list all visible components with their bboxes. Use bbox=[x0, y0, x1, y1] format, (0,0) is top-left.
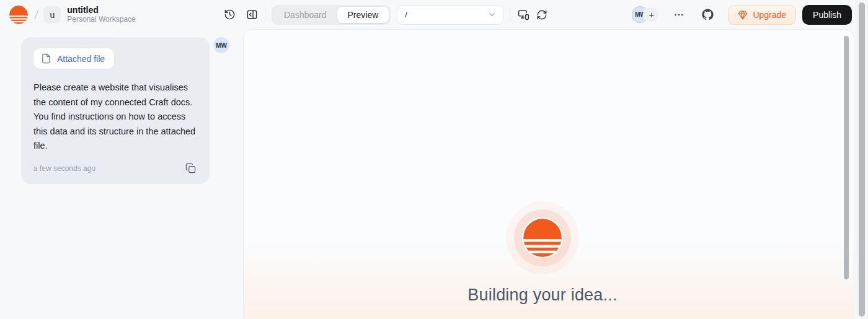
collaborators: MW + bbox=[632, 6, 660, 23]
gem-icon bbox=[738, 10, 748, 20]
attached-file-label: Attached file bbox=[57, 54, 105, 64]
app-logo-large bbox=[522, 217, 563, 258]
message-timestamp: a few seconds ago bbox=[33, 164, 95, 173]
preview-scrollbar-thumb[interactable] bbox=[844, 36, 849, 279]
workspace-name: Personal Workspace bbox=[67, 15, 136, 24]
devices-button[interactable] bbox=[514, 6, 533, 24]
window-scrollbar-thumb[interactable] bbox=[859, 2, 865, 317]
route-select[interactable]: / bbox=[397, 5, 503, 25]
tab-dashboard[interactable]: Dashboard bbox=[273, 7, 337, 23]
copy-icon bbox=[185, 163, 196, 173]
file-icon bbox=[41, 53, 51, 64]
upgrade-button[interactable]: Upgrade bbox=[728, 5, 796, 25]
tab-preview[interactable]: Preview bbox=[337, 7, 389, 23]
building-state: Building your idea... bbox=[244, 217, 841, 305]
panel-toggle-icon bbox=[246, 9, 258, 20]
attached-file-chip[interactable]: Attached file bbox=[33, 48, 114, 69]
history-icon bbox=[224, 9, 236, 20]
more-icon bbox=[673, 9, 684, 20]
panel-toggle-button[interactable] bbox=[242, 6, 261, 24]
workspace-avatar[interactable]: u bbox=[43, 6, 61, 24]
github-button[interactable] bbox=[698, 6, 717, 24]
project-title: untitled bbox=[67, 5, 136, 15]
project-title-block: untitled Personal Workspace bbox=[67, 5, 136, 24]
view-mode-tabs: Dashboard Preview bbox=[272, 5, 391, 25]
refresh-icon bbox=[536, 9, 547, 20]
route-path: / bbox=[405, 10, 487, 19]
logo-glow bbox=[522, 217, 563, 258]
breadcrumb: / u untitled Personal Workspace bbox=[9, 5, 242, 25]
message-footer: a few seconds ago bbox=[33, 162, 197, 175]
add-collaborator-button[interactable]: + bbox=[643, 6, 660, 23]
publish-button[interactable]: Publish bbox=[802, 5, 852, 25]
chat-panel: Attached file Please create a website th… bbox=[0, 29, 243, 319]
building-status-text: Building your idea... bbox=[467, 286, 617, 305]
chat-user-avatar: MW bbox=[213, 37, 229, 53]
window-scrollbar bbox=[856, 0, 868, 319]
history-button[interactable] bbox=[220, 6, 239, 24]
breadcrumb-separator: / bbox=[33, 8, 38, 22]
preview-pane: Building your idea... bbox=[243, 29, 854, 319]
user-message-bubble: Attached file Please create a website th… bbox=[21, 37, 210, 184]
refresh-button[interactable] bbox=[533, 6, 551, 24]
copy-message-button[interactable] bbox=[184, 162, 197, 175]
devices-icon bbox=[518, 9, 529, 20]
app-logo[interactable] bbox=[9, 5, 29, 25]
top-bar: / u untitled Personal Workspace Dashboar… bbox=[0, 0, 868, 29]
github-icon bbox=[702, 9, 714, 20]
chevron-down-icon bbox=[487, 10, 497, 19]
message-text: Please create a website that visualises … bbox=[33, 81, 197, 154]
divider bbox=[265, 8, 265, 22]
upgrade-label: Upgrade bbox=[753, 10, 786, 20]
divider bbox=[510, 8, 510, 22]
more-menu-button[interactable] bbox=[670, 6, 688, 24]
